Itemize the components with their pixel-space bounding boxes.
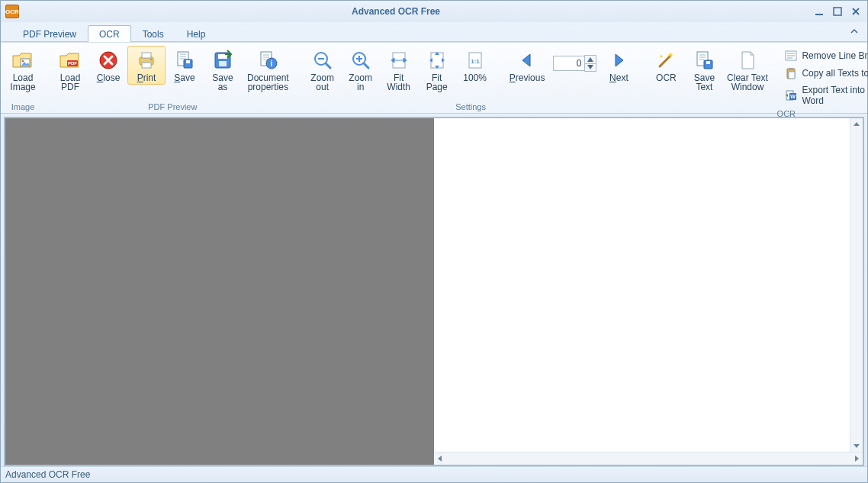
maximize-button[interactable]	[831, 6, 844, 17]
close-icon	[96, 48, 121, 72]
zoom-in-label: Zoom in	[349, 73, 372, 92]
statusbar: Advanced OCR Free	[1, 466, 867, 482]
tab-help[interactable]: Help	[175, 25, 217, 42]
save-icon	[172, 48, 197, 72]
page-spin-up[interactable]	[585, 56, 596, 64]
document-properties-label: Document properties	[247, 73, 289, 92]
zoom-out-icon	[310, 48, 335, 72]
scroll-left-icon[interactable]	[436, 454, 445, 463]
ocr-text-area[interactable]	[434, 118, 850, 452]
load-image-button[interactable]: Load Image	[4, 46, 42, 94]
remove-line-breaks-label: Remove Line Breaks	[802, 50, 868, 61]
load-pdf-button[interactable]: PDF Load PDF	[51, 46, 89, 94]
load-pdf-label: Load PDF	[60, 73, 81, 92]
fit-width-icon	[387, 48, 411, 72]
group-image-label: Image	[4, 101, 42, 113]
print-button[interactable]: Print	[127, 46, 166, 85]
zoom-in-button[interactable]: Zoom in	[342, 46, 380, 94]
previous-page-button[interactable]: Previous	[504, 46, 551, 85]
svg-point-3	[22, 60, 24, 63]
tab-ocr[interactable]: OCR	[88, 25, 131, 42]
svg-rect-8	[142, 53, 151, 58]
tab-tools[interactable]: Tools	[131, 25, 175, 42]
svg-rect-16	[219, 61, 227, 66]
save-as-icon	[211, 48, 235, 72]
export-word-button[interactable]: W Export Text into Microsoft Word	[780, 82, 868, 108]
group-pdf-preview: PDF Load PDF Close Print	[48, 43, 297, 113]
remove-breaks-icon	[785, 50, 797, 62]
save-as-label: Save as	[212, 73, 233, 92]
svg-text:W: W	[791, 94, 796, 99]
save-text-label: Save Text	[694, 73, 715, 92]
save-button[interactable]: Save	[166, 46, 204, 85]
fit-page-button[interactable]: Fit Page	[418, 46, 456, 94]
titlebar: OCR Advanced OCR Free	[1, 1, 867, 22]
copy-all-texts-button[interactable]: Copy all Texts to Clipboard	[780, 65, 868, 82]
document-properties-button[interactable]: i Document properties	[242, 46, 294, 94]
page-spinner[interactable]	[584, 55, 596, 72]
svg-point-10	[150, 59, 153, 61]
minimize-button[interactable]	[812, 6, 826, 17]
app-icon: OCR	[5, 5, 19, 18]
next-page-button[interactable]: Next	[600, 46, 638, 85]
svg-text:i: i	[271, 60, 273, 68]
vertical-scrollbar[interactable]	[850, 118, 863, 452]
ocr-run-label: OCR	[656, 73, 677, 82]
text-pane	[434, 118, 863, 465]
status-text: Advanced OCR Free	[5, 469, 90, 480]
group-settings-label: Settings	[304, 101, 638, 113]
tab-pdf-preview[interactable]: PDF Preview	[11, 25, 88, 42]
percent-100-icon: 1:1	[463, 48, 487, 72]
svg-rect-0	[815, 14, 823, 15]
svg-rect-28	[706, 61, 710, 64]
zoom-100-button[interactable]: 1:1 100%	[456, 46, 494, 85]
group-image: Load Image Image	[1, 43, 45, 113]
group-settings: Zoom out Zoom in Fit Width	[301, 43, 641, 113]
horizontal-scrollbar[interactable]	[434, 452, 863, 465]
svg-text:1:1: 1:1	[471, 58, 480, 65]
load-image-label: Load Image	[10, 73, 35, 92]
ribbon-tabs: PDF Preview OCR Tools Help	[1, 22, 867, 42]
word-export-icon: W	[785, 89, 797, 101]
clipboard-icon	[785, 67, 797, 79]
zoom-out-label: Zoom out	[310, 73, 334, 92]
svg-rect-9	[142, 63, 151, 68]
print-label: Print	[137, 73, 156, 82]
ribbon: Load Image Image PDF Load PDF Clo	[1, 42, 867, 114]
page-number-field[interactable]	[553, 55, 596, 72]
svg-rect-31	[789, 68, 793, 70]
next-label: Next	[609, 73, 628, 82]
scroll-right-icon[interactable]	[852, 454, 861, 463]
clear-text-button[interactable]: Clear Text Window	[723, 46, 771, 94]
close-doc-button[interactable]: Close	[89, 46, 127, 85]
remove-line-breaks-button[interactable]: Remove Line Breaks	[780, 47, 868, 64]
arrow-left-icon	[515, 48, 539, 72]
page-spin-down[interactable]	[585, 64, 596, 72]
save-text-icon	[692, 48, 716, 72]
print-icon	[134, 48, 159, 72]
page-number-input[interactable]	[553, 56, 584, 71]
scroll-down-icon[interactable]	[852, 441, 861, 450]
group-pdf-preview-label: PDF Preview	[51, 101, 294, 113]
group-ocr: OCR Save Text Clear Text Window	[644, 43, 868, 113]
folder-pdf-icon: PDF	[58, 48, 82, 72]
ocr-run-button[interactable]: OCR	[647, 46, 685, 85]
previous-label: Previous	[510, 73, 545, 82]
copy-all-texts-label: Copy all Texts to Clipboard	[802, 68, 868, 79]
save-as-button[interactable]: Save as	[204, 46, 242, 94]
export-word-label: Export Text into Microsoft Word	[802, 85, 868, 106]
fit-width-button[interactable]: Fit Width	[380, 46, 418, 94]
svg-text:PDF: PDF	[68, 61, 77, 66]
save-text-button[interactable]: Save Text	[685, 46, 723, 94]
folder-image-icon	[11, 48, 35, 72]
scroll-up-icon[interactable]	[852, 120, 861, 129]
collapse-ribbon-button[interactable]	[847, 25, 861, 37]
zoom-out-button[interactable]: Zoom out	[304, 46, 342, 94]
fit-page-icon	[425, 48, 449, 72]
zoom-100-label: 100%	[463, 73, 487, 82]
preview-pane	[5, 118, 434, 465]
document-properties-icon: i	[256, 48, 280, 72]
arrow-right-icon	[606, 48, 631, 72]
magic-wand-icon	[654, 48, 678, 72]
close-button[interactable]	[849, 6, 863, 17]
